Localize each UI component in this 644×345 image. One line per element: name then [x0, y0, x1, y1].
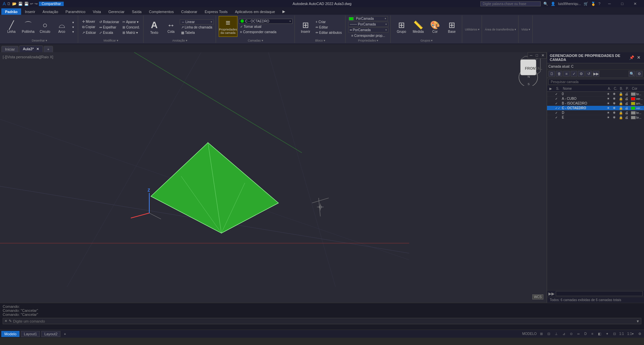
search-icon[interactable]: 🔍: [543, 2, 548, 6]
btn-escala[interactable]: ⤢ Escala: [98, 30, 120, 35]
btn-linear[interactable]: ↔ Linear ▾: [180, 19, 214, 24]
btn-concord[interactable]: ⊞ Concord.: [121, 25, 141, 30]
rowC-c[interactable]: ❄: [613, 106, 619, 110]
new-btn[interactable]: 🗋: [7, 2, 11, 6]
tab-layout2[interactable]: Layout2: [41, 331, 60, 337]
tab-add-layout[interactable]: +: [62, 331, 68, 337]
btn-porcamada-color[interactable]: PorCamada ▾: [354, 16, 388, 21]
rowD-c[interactable]: ❄: [613, 111, 619, 115]
lm-options-btn[interactable]: ⚙: [636, 71, 643, 77]
undo-btn[interactable]: ↩: [30, 2, 33, 6]
status-transparency-btn[interactable]: ◧: [597, 332, 602, 336]
lm-set-current-btn[interactable]: ✓: [571, 71, 577, 77]
cart-icon[interactable]: 🛒: [584, 2, 588, 6]
help-icon[interactable]: ?: [598, 2, 600, 6]
viewport-close-btn[interactable]: ✕: [540, 53, 546, 58]
btn-corresponder-camada[interactable]: ≡ Corresponder camada: [239, 29, 292, 34]
close-btn[interactable]: ✕: [629, 0, 641, 7]
btn-cota[interactable]: ↔ Cota: [163, 17, 179, 38]
tab-gerenciar[interactable]: Gerenciar: [105, 8, 128, 15]
layer-row-E[interactable]: ✓ E ☀ ❄ 🔒 🖨 br...: [547, 115, 644, 120]
row0-b[interactable]: 🔒: [619, 92, 625, 96]
viewport-minimize-btn[interactable]: ─: [529, 53, 534, 58]
layer-search-input[interactable]: [548, 79, 644, 85]
tab-modelo[interactable]: Modelo: [1, 331, 19, 337]
status-lineweight-btn[interactable]: ≡: [590, 332, 595, 336]
btn-texto[interactable]: A Texto: [146, 17, 162, 38]
btn-espelhar[interactable]: ⇔ Espelhar: [98, 25, 120, 30]
status-ortho-btn[interactable]: ⊥: [553, 332, 559, 336]
btn-rotacionar[interactable]: ↺ Rotacionar: [98, 19, 120, 24]
rowB-c[interactable]: ❄: [613, 101, 619, 105]
btn-mover[interactable]: ✛ Mover: [81, 19, 97, 24]
tab-saida[interactable]: Saída: [128, 8, 145, 15]
lm-refresh-btn[interactable]: ↺: [585, 71, 592, 77]
viewcube[interactable]: FRONTAL N S: [513, 56, 543, 86]
layer-row-A[interactable]: ✓ A - CUBO ☀ ❄ 🔒 🖨 ver...: [547, 96, 644, 101]
save-as-btn[interactable]: 💾: [24, 2, 29, 6]
status-grid-btn[interactable]: ⊞: [539, 332, 544, 336]
layer-row-D[interactable]: ✓ D ☀ ❄ 🔒 🖨 br...: [547, 111, 644, 115]
status-selection-btn[interactable]: ⊡: [612, 332, 617, 336]
status-polar-btn[interactable]: ⊿: [561, 332, 567, 336]
tab-layout1[interactable]: Layout1: [21, 331, 40, 337]
badge-icon[interactable]: 🏅: [591, 2, 596, 6]
btn-arco[interactable]: ⌓ Arco: [54, 17, 70, 38]
btn-cor[interactable]: 🎨 Cor: [427, 17, 443, 38]
status-dynin-btn[interactable]: D: [583, 332, 588, 336]
btn-linha[interactable]: ╱ Linha: [3, 17, 19, 38]
status-osnap-btn[interactable]: ⊙: [569, 332, 574, 336]
rowE-b[interactable]: 🔒: [619, 116, 625, 119]
status-qprop-btn[interactable]: ✦: [604, 332, 610, 336]
btn-grupo[interactable]: ⊞ Grupo: [393, 17, 410, 38]
rowA-p[interactable]: 🖨: [625, 97, 631, 100]
status-workspace-btn[interactable]: ⚙: [637, 332, 643, 336]
layer-row-B[interactable]: ✓ B - ISOCAEDRO ☀ ❄ 🔒 🖨 am...: [547, 101, 644, 106]
btn-aparar[interactable]: ✂ Aparar ▾: [121, 19, 141, 24]
rowE-c[interactable]: ❄: [613, 116, 619, 119]
btn-base[interactable]: ⊞ Base: [444, 17, 460, 38]
maximize-btn[interactable]: □: [616, 0, 629, 7]
tab-iniciar[interactable]: Iniciar: [1, 46, 18, 52]
btn-tabela[interactable]: ▦ Tabela: [180, 30, 214, 35]
btn-desenhar-more3[interactable]: ▼: [70, 30, 76, 34]
tab-inserir[interactable]: Inserir: [21, 8, 39, 15]
btn-tornar-atual[interactable]: ✓ Tornar atual: [239, 24, 292, 29]
btn-propriedades-camada[interactable]: ≡ Propriedades da camada: [219, 16, 237, 37]
row0-p[interactable]: 🖨: [625, 92, 631, 96]
layer-expand-btn[interactable]: ▶▶: [548, 291, 554, 296]
tab-aula3[interactable]: Aula3* ✕: [19, 46, 43, 52]
lm-more-btn[interactable]: ▶▶: [593, 71, 599, 77]
minimize-btn[interactable]: ─: [603, 0, 616, 7]
btn-desenhar-more2[interactable]: ▼: [70, 25, 76, 29]
btn-porcamada-line[interactable]: ─── PorCamada ▾: [348, 22, 388, 27]
rowD-p[interactable]: 🖨: [625, 111, 631, 115]
btn-desenhar-more1[interactable]: ▼: [70, 20, 76, 25]
btn-criar[interactable]: + Criar: [314, 19, 343, 24]
lm-settings-btn[interactable]: ⚙: [578, 71, 585, 77]
btn-medida[interactable]: 📏 Medida: [410, 17, 426, 38]
tab-new[interactable]: +: [44, 46, 53, 52]
tab-destaque[interactable]: Aplicativos em destaque: [231, 8, 279, 15]
command-icon-x[interactable]: ✕: [4, 319, 7, 323]
layer-footer-input[interactable]: [556, 291, 643, 296]
btn-esticar[interactable]: ↗ Esticar: [81, 30, 97, 35]
rowB-a[interactable]: ☀: [607, 101, 613, 105]
status-annotation-btn[interactable]: 1:1▾: [626, 332, 635, 336]
rowD-b[interactable]: 🔒: [619, 111, 625, 115]
btn-linha-chamada[interactable]: ↗ Linha de chamada: [180, 25, 214, 30]
rowA-b[interactable]: 🔒: [619, 97, 625, 100]
rowE-a[interactable]: ☀: [607, 116, 613, 119]
command-expand-btn[interactable]: ▼: [636, 319, 640, 323]
layer-row-C[interactable]: ✓✓ C - OCTAEDRO ☀ ❄ 🔒 🖨 ver...: [547, 106, 644, 111]
layer-selector[interactable]: C - OCTAEDRO ▾: [239, 19, 292, 24]
tab-parametrico[interactable]: Paramétrico: [62, 8, 89, 15]
rowC-p[interactable]: 🖨: [625, 106, 631, 110]
rowE-p[interactable]: 🖨: [625, 116, 631, 119]
tab-padrao[interactable]: Padrão: [1, 8, 21, 15]
viewport-restore-btn[interactable]: □: [534, 53, 539, 58]
tab-anotacao[interactable]: Anotação: [39, 8, 62, 15]
btn-polilinha[interactable]: ⌒ Polilinha: [20, 17, 36, 38]
lm-state-btn[interactable]: ≡: [563, 71, 570, 77]
share-btn[interactable]: Compartilhar: [39, 2, 63, 6]
